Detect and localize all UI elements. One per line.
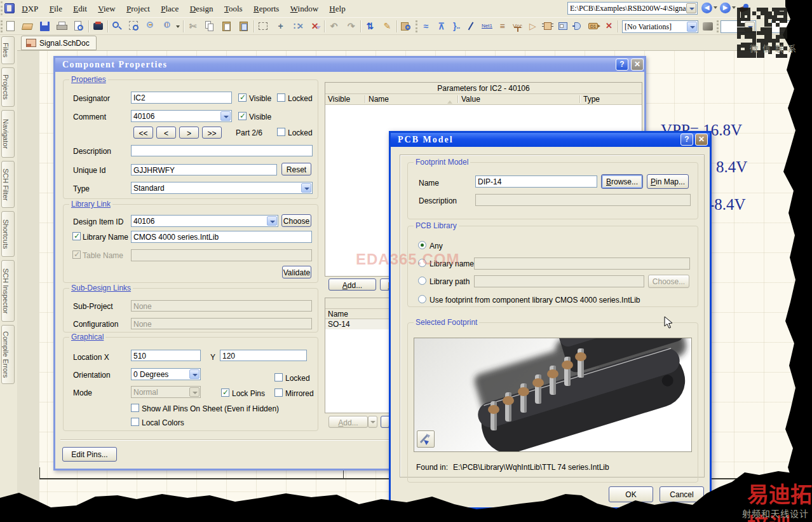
mirrored-checkbox[interactable] — [274, 388, 283, 397]
orientation-combo[interactable]: 0 Degrees — [131, 368, 201, 380]
menu-window[interactable]: Window — [286, 0, 323, 17]
part-next-button[interactable]: > — [179, 127, 199, 139]
select-area-icon[interactable] — [257, 20, 270, 33]
validate-button[interactable]: Validate — [282, 266, 311, 278]
zoom-area-icon[interactable] — [128, 20, 141, 33]
sheet-symbol-icon[interactable] — [557, 20, 570, 33]
menu-project[interactable]: Project — [122, 0, 154, 17]
menu-edit[interactable]: Edit — [69, 0, 91, 17]
models-col-name[interactable]: Name — [328, 310, 348, 319]
net-label-icon[interactable]: Net1 — [480, 20, 494, 33]
cp-help-button[interactable]: ? — [616, 58, 628, 71]
pin-map-button[interactable]: Pin Map... — [647, 174, 689, 189]
print-preview-icon[interactable] — [72, 20, 86, 33]
pcb-close-button[interactable]: ✕ — [695, 134, 708, 146]
variant-icon[interactable] — [701, 20, 715, 33]
net-label-84[interactable]: 8.4V — [716, 158, 747, 176]
pcb-library-name-field[interactable] — [474, 258, 690, 270]
footprint-preview[interactable] — [414, 338, 692, 452]
library-name-field[interactable]: CMOS 4000 series.IntLib — [131, 231, 312, 243]
library-link-group-label[interactable]: Library Link — [69, 200, 112, 209]
part-last-button[interactable]: >> — [202, 127, 222, 139]
type-combo[interactable]: Standard — [131, 182, 313, 194]
designator-locked-checkbox[interactable] — [277, 93, 285, 102]
col-name[interactable]: Name — [369, 95, 389, 104]
sidebar-tab-shortcuts[interactable]: Shortcuts — [1, 211, 15, 257]
cancel-button[interactable]: Cancel — [660, 486, 704, 502]
bus-icon[interactable]: ⊼ — [435, 20, 448, 33]
sidebar-tab-sch-filter[interactable]: SCH Filter — [1, 161, 15, 208]
designator-visible-checkbox[interactable] — [238, 93, 247, 102]
menu-design[interactable]: Design — [186, 0, 218, 17]
menu-view[interactable]: View — [93, 0, 119, 17]
back-button[interactable]: ◀ — [701, 3, 712, 13]
open-icon[interactable] — [21, 20, 34, 33]
mode-combo[interactable]: Normal — [131, 386, 201, 398]
copy-icon[interactable] — [203, 20, 217, 33]
zoom-document-icon[interactable] — [111, 20, 124, 33]
any-radio[interactable] — [418, 241, 426, 249]
deselect-icon[interactable]: ∷× — [291, 20, 304, 33]
menu-help[interactable]: Help — [325, 0, 349, 17]
pcb-title-bar[interactable]: PCB Model — [391, 133, 710, 147]
pcb-library-path-field[interactable] — [474, 275, 644, 287]
location-y-field[interactable]: 120 — [220, 350, 307, 361]
gate-icon[interactable]: ▷ — [526, 20, 539, 33]
models-add-button[interactable]: Add... — [328, 416, 368, 428]
paste-special-icon[interactable] — [238, 20, 251, 33]
pcb-choose-button[interactable]: Choose... — [648, 275, 689, 288]
forward-dropdown[interactable] — [732, 6, 736, 11]
zoom-dropdown[interactable] — [176, 25, 180, 30]
table-name-field[interactable] — [131, 249, 312, 261]
sidebar-tab-sch-inspector[interactable]: SCH Inspector — [1, 260, 15, 322]
hierarchy-icon[interactable]: ⇅ — [363, 20, 377, 33]
footprint-description-field[interactable] — [475, 194, 691, 206]
parameters-add-button[interactable]: Add... — [328, 278, 376, 291]
pcb-help-button[interactable]: ? — [680, 134, 693, 146]
move-icon[interactable]: + — [274, 20, 287, 33]
zoom-grid-icon[interactable] — [162, 20, 175, 33]
footprint-name-field[interactable]: DIP-14 — [475, 175, 597, 188]
library-path-radio[interactable] — [418, 277, 426, 285]
cut-icon[interactable]: ✄ — [186, 20, 200, 33]
browse-button[interactable]: Browse... — [601, 174, 643, 189]
harness-connector-icon[interactable] — [572, 20, 585, 33]
configuration-field[interactable]: None — [131, 318, 312, 329]
wire-icon[interactable]: ≈ — [419, 20, 433, 33]
table-name-checkbox[interactable] — [72, 251, 81, 259]
sidebar-tab-projects[interactable]: Projects — [1, 67, 15, 107]
paste-icon[interactable] — [220, 20, 234, 33]
wire-mode-icon[interactable] — [465, 20, 478, 33]
lock-pins-checkbox[interactable] — [221, 388, 229, 397]
models-add-dropdown[interactable] — [368, 416, 377, 428]
browse-library-icon[interactable] — [400, 20, 413, 33]
col-visible[interactable]: Visible — [328, 95, 350, 104]
col-type[interactable]: Type — [583, 95, 600, 104]
print-icon[interactable] — [55, 20, 69, 33]
comment-combo[interactable]: 40106 — [131, 110, 232, 122]
sidebar-tab-compile-errors[interactable]: Compile Errors — [1, 325, 15, 384]
gnd-icon[interactable]: ≡ — [496, 20, 509, 33]
menu-tools[interactable]: Tools — [220, 0, 247, 17]
menu-dxp[interactable]: DXP — [17, 0, 43, 17]
ok-button[interactable]: OK — [609, 486, 653, 502]
sub-design-links-group-label[interactable]: Sub-Design Links — [69, 284, 133, 292]
signal-harness-icon[interactable]: }•• — [450, 20, 463, 33]
vcc-icon[interactable]: Vcc — [511, 20, 524, 33]
show-all-pins-checkbox[interactable] — [131, 404, 139, 412]
part-locked-checkbox[interactable] — [277, 128, 285, 136]
menu-reports[interactable]: Reports — [249, 0, 283, 17]
sub-project-field[interactable]: None — [131, 300, 312, 312]
tab-signal-schdoc[interactable]: Signal.SchDoc — [21, 36, 97, 50]
part-first-button[interactable]: << — [133, 127, 153, 139]
use-footprint-radio[interactable] — [418, 295, 426, 303]
back-dropdown[interactable] — [714, 6, 717, 11]
location-x-field[interactable]: 510 — [131, 350, 201, 361]
clear-filter-icon[interactable]: ✕ — [308, 20, 321, 33]
local-colors-checkbox[interactable] — [131, 418, 139, 426]
design-item-id-combo[interactable]: 40106 — [131, 215, 278, 227]
graphical-locked-checkbox[interactable] — [274, 373, 283, 381]
library-name-checkbox[interactable] — [72, 232, 81, 240]
workspace-icon[interactable] — [91, 20, 105, 33]
address-combo[interactable]: E:\PCB\Examples\RSB200W-4\Signa — [567, 2, 698, 15]
